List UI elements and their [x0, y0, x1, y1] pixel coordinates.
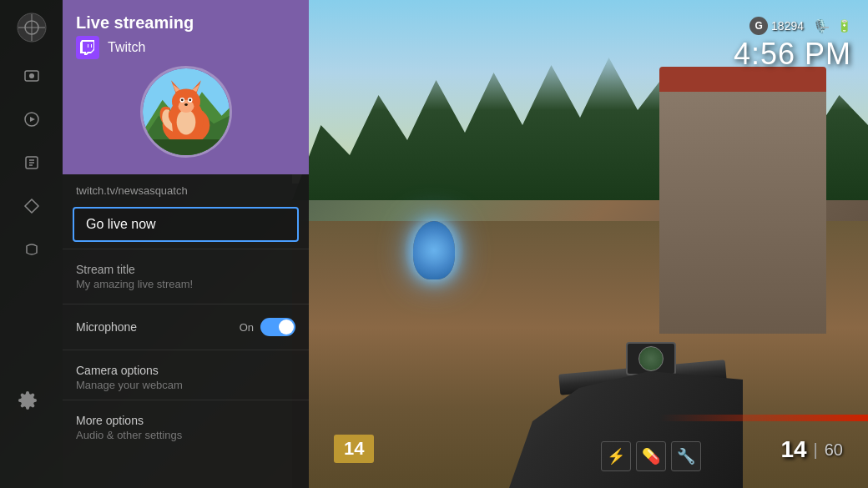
ammo-reserve: 60 — [825, 440, 843, 460]
divider-1 — [63, 249, 309, 249]
hud-ammo: 14 | 60 — [780, 436, 843, 463]
gamerscore-badge: G 18294 — [749, 17, 804, 35]
camera-options-title: Camera options — [76, 364, 295, 377]
hud-inventory: ⚡ 💊 🔧 — [601, 441, 701, 471]
panel-title: Live streaming — [76, 13, 194, 33]
game-enemy — [401, 221, 467, 321]
gamerscore-value: 18294 — [771, 19, 804, 33]
microphone-right: On — [240, 318, 295, 336]
divider-4 — [63, 400, 309, 400]
microphone-label: Microphone — [76, 320, 137, 334]
ammo-separator: | — [814, 440, 818, 460]
inventory-item-3: 🔧 — [671, 441, 701, 471]
more-options-section[interactable]: More options Audio & other settings — [63, 405, 309, 445]
gear-icon — [18, 390, 38, 410]
svg-rect-29 — [143, 139, 230, 155]
go-live-button[interactable]: Go live now — [73, 207, 299, 242]
stream-title-value: My amazing live stream! — [76, 278, 295, 290]
svg-point-28 — [184, 103, 188, 106]
hud-top-right: G 18294 🎙️̶ 🔋 4:56 PM — [734, 17, 851, 72]
twitch-label: Twitch — [108, 40, 145, 55]
divider-3 — [63, 350, 309, 350]
twitch-logo — [76, 36, 99, 59]
sidebar-icon-1[interactable] — [18, 63, 45, 89]
red-accent — [659, 415, 868, 421]
more-options-title: More options — [76, 414, 295, 427]
panel-header: Live streaming Twitch — [63, 0, 309, 174]
g-icon: G — [749, 17, 768, 35]
camera-options-section[interactable]: Camera options Manage your webcam — [63, 355, 309, 395]
hud-number-badge: 14 — [334, 435, 374, 463]
sidebar-icon-5[interactable] — [18, 236, 45, 263]
microphone-toggle[interactable] — [260, 318, 295, 336]
sidebar-icon-3[interactable] — [18, 149, 45, 176]
svg-point-22 — [176, 109, 195, 134]
svg-point-5 — [29, 73, 34, 78]
microphone-setting-row[interactable]: Microphone On — [63, 309, 309, 345]
svg-marker-7 — [30, 117, 35, 122]
hud-time: 4:56 PM — [734, 37, 851, 72]
xbox-logo[interactable] — [17, 13, 47, 46]
camera-options-subtitle: Manage your webcam — [76, 379, 295, 391]
stream-title-label: Stream title — [76, 263, 295, 276]
svg-point-27 — [189, 98, 191, 101]
profile-image-container — [76, 66, 295, 158]
sidebar-icon-2[interactable] — [18, 106, 45, 133]
profile-avatar — [140, 66, 232, 158]
microphone-value: On — [240, 321, 254, 334]
channel-url: twitch.tv/newsasquatch — [63, 174, 309, 204]
battery-icon: 🔋 — [837, 19, 851, 33]
mic-muted-icon: 🎙️̶ — [812, 18, 829, 34]
more-options-subtitle: Audio & other settings — [76, 429, 295, 441]
divider-2 — [63, 304, 309, 304]
inventory-item-1: ⚡ — [601, 441, 631, 471]
toggle-knob — [279, 319, 294, 335]
settings-gear-icon-container[interactable] — [7, 380, 48, 421]
stream-title-section: Stream title My amazing live stream! — [63, 254, 309, 299]
panel-content: twitch.tv/newsasquatch Go live now Strea… — [63, 174, 309, 445]
svg-point-23 — [178, 100, 194, 113]
ammo-current: 14 — [780, 436, 806, 463]
inventory-item-2: 💊 — [636, 441, 666, 471]
main-panel: Live streaming Twitch — [63, 0, 309, 488]
sidebar-icon-4[interactable] — [18, 193, 45, 219]
svg-point-26 — [180, 98, 183, 101]
